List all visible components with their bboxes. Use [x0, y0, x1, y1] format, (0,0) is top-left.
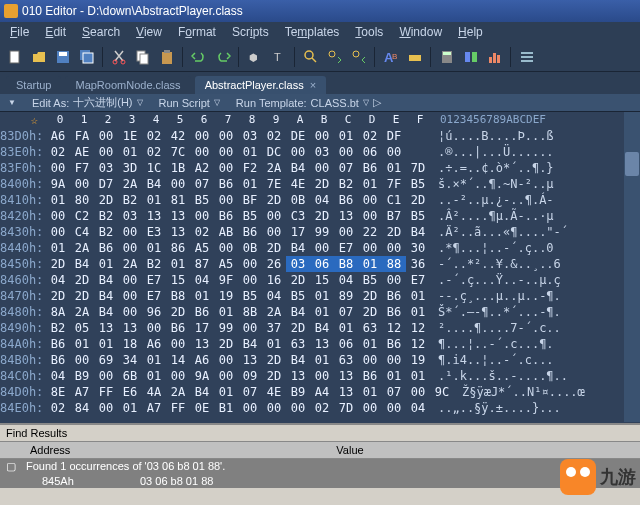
hex-row[interactable]: 8490h:B205131300B6179900372DB401631212².… [0, 320, 604, 336]
svg-text:T: T [274, 51, 281, 63]
hex-row[interactable]: 84D0h:8EA7FFE64A2AB401074EB9A4130107009C… [0, 384, 604, 400]
hex-row[interactable]: 83D0h:A6FA001E024200000302DE000102DF¦ú..… [0, 128, 604, 144]
star-icon[interactable]: ☆ [31, 113, 38, 127]
hex-icon[interactable]: ⬢ [244, 46, 266, 68]
svg-rect-0 [10, 51, 19, 63]
menu-edit[interactable]: Edit [37, 23, 74, 41]
svg-rect-26 [521, 52, 533, 54]
open-icon[interactable] [28, 46, 50, 68]
runtemplate-label: Run Template: [236, 97, 307, 109]
svg-text:⬢: ⬢ [249, 52, 258, 63]
hex-row[interactable]: 83F0h:00F7033D1C1BA200F22AB40007B6017D.÷… [0, 160, 604, 176]
settings-icon[interactable] [516, 46, 538, 68]
svg-rect-18 [409, 55, 421, 61]
hex-row[interactable]: 8480h:8A2AB400962DB6018B2AB401072DB601Š*… [0, 304, 604, 320]
find-results-panel: Find Results Address Value ▢ Found 1 occ… [0, 423, 640, 505]
tab-maproom[interactable]: MapRoomNode.class [65, 76, 190, 94]
find-summary-row[interactable]: ▢ Found 1 occurrences of '03 06 b8 01 88… [0, 459, 640, 474]
menu-tools[interactable]: Tools [347, 23, 391, 41]
new-icon[interactable] [4, 46, 26, 68]
hex-row[interactable]: 83E0h:02AE0001027C000001DC0003000600.®..… [0, 144, 604, 160]
svg-rect-24 [493, 53, 496, 63]
hex-row[interactable]: 8430h:00C4B200E31302ABB600179900222DB4.Ä… [0, 224, 604, 240]
app-icon [4, 4, 18, 18]
menubar[interactable]: File Edit Search View Format Scripts Tem… [0, 22, 640, 42]
hex-row[interactable]: 84A0h:B6010118A600132DB40163130601B612¶.… [0, 336, 604, 352]
play-icon[interactable]: ▷ [373, 96, 381, 109]
svg-rect-25 [497, 55, 500, 63]
text-icon[interactable]: T [268, 46, 290, 68]
highlight-icon[interactable] [404, 46, 426, 68]
menu-templates[interactable]: Templates [277, 23, 348, 41]
svg-rect-9 [162, 52, 172, 64]
redo-icon[interactable] [212, 46, 234, 68]
hex-row[interactable]: 8400h:9A00D72AB40007B6017E4E2DB2017FB5š.… [0, 176, 604, 192]
hex-row[interactable]: 8450h:2DB4012AB20187A500260306B8018836-´… [0, 256, 604, 272]
hex-row[interactable]: 84C0h:04B9006B01009A00092D130013B60101.¹… [0, 368, 604, 384]
menu-search[interactable]: Search [74, 23, 128, 41]
svg-point-15 [353, 51, 359, 57]
svg-text:B: B [392, 52, 397, 61]
svg-rect-8 [140, 54, 148, 64]
find-icon[interactable] [300, 46, 322, 68]
svg-rect-22 [472, 52, 477, 62]
cut-icon[interactable] [108, 46, 130, 68]
tab-abstractplayer[interactable]: AbstractPlayer.class× [195, 76, 326, 94]
menu-view[interactable]: View [128, 23, 170, 41]
svg-point-14 [329, 51, 335, 57]
svg-rect-27 [521, 56, 533, 58]
titlebar: 010 Editor - D:\down\AbstractPlayer.clas… [0, 0, 640, 22]
runscript-label[interactable]: Run Script [159, 97, 210, 109]
svg-point-13 [305, 51, 313, 59]
copy-icon[interactable] [132, 46, 154, 68]
hex-row[interactable]: 8410h:01802DB20181B500BF2D0B04B600C12D..… [0, 192, 604, 208]
editas-label: Edit As: [32, 97, 69, 109]
scrollbar-thumb[interactable] [625, 152, 639, 176]
hex-row[interactable]: 8440h:012AB6000186A5000B2DB400E7000030.*… [0, 240, 604, 256]
svg-rect-23 [489, 57, 492, 63]
hex-row[interactable]: 84B0h:B60069340114A600132DB40163000019¶.… [0, 352, 604, 368]
tab-startup[interactable]: Startup [6, 76, 61, 94]
sub-toolbar: ▼ Edit As: 十六进制(H) ▽ Run Script ▽ Run Te… [0, 94, 640, 112]
calc-icon[interactable] [436, 46, 458, 68]
watermark-logo: 九游 [560, 459, 636, 495]
compare-icon[interactable] [460, 46, 482, 68]
hex-editor[interactable]: ☆0123456789ABCDEF0123456789ABCDEF83D0h:A… [0, 112, 640, 422]
find-results-title: Find Results [0, 425, 640, 441]
undo-icon[interactable] [188, 46, 210, 68]
menu-format[interactable]: Format [170, 23, 224, 41]
tabbar: Startup MapRoomNode.class AbstractPlayer… [0, 72, 640, 94]
dropdown-icon[interactable]: ▼ [8, 98, 16, 107]
find-result-row[interactable]: 845Ah 03 06 b8 01 88 [0, 474, 640, 488]
svg-rect-20 [443, 52, 451, 55]
hex-row[interactable]: 8420h:00C2B203131300B6B500C32D1300B7B5.Â… [0, 208, 604, 224]
col-value[interactable]: Value [60, 444, 640, 456]
histogram-icon[interactable] [484, 46, 506, 68]
menu-file[interactable]: File [2, 23, 37, 41]
window-title: 010 Editor - D:\down\AbstractPlayer.clas… [22, 4, 243, 18]
menu-scripts[interactable]: Scripts [224, 23, 277, 41]
toolbar: ⬢ T AB [0, 42, 640, 72]
editas-value[interactable]: 十六进制(H) [73, 95, 132, 110]
hex-row[interactable]: 8470h:2D2DB400E7B80119B504B501892DB601--… [0, 288, 604, 304]
font-icon[interactable]: AB [380, 46, 402, 68]
col-address[interactable]: Address [0, 444, 60, 456]
paste-icon[interactable] [156, 46, 178, 68]
svg-rect-4 [83, 53, 93, 63]
svg-rect-2 [59, 52, 67, 56]
findprev-icon[interactable] [348, 46, 370, 68]
saveall-icon[interactable] [76, 46, 98, 68]
menu-window[interactable]: Window [391, 23, 450, 41]
logo-text: 九游 [600, 465, 636, 489]
runtemplate-value[interactable]: CLASS.bt [311, 97, 359, 109]
logo-icon [560, 459, 596, 495]
findnext-icon[interactable] [324, 46, 346, 68]
menu-help[interactable]: Help [450, 23, 491, 41]
hex-row[interactable]: 84E0h:02840001A7FF0EB1000000027D000004..… [0, 400, 604, 416]
hex-row[interactable]: 8460h:042DB400E715049F00162D1504B500E7.-… [0, 272, 604, 288]
svg-rect-10 [164, 50, 170, 53]
close-icon[interactable]: × [310, 79, 316, 91]
svg-rect-21 [465, 52, 470, 62]
save-icon[interactable] [52, 46, 74, 68]
vertical-scrollbar[interactable] [624, 112, 640, 422]
